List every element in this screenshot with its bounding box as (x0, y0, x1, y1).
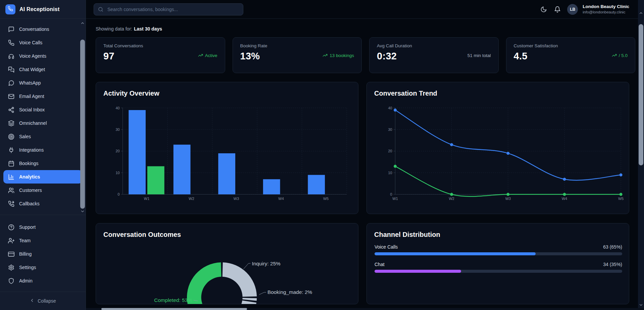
stat-trend-text: / 5.0 (619, 53, 628, 58)
channel-value: 63 (65%) (603, 244, 622, 250)
donut-label-inquiry: Inquiry: 25% (252, 261, 281, 266)
app-window: AI Receptionist ConversationsVoice Calls… (0, 0, 644, 310)
message-square-icon (8, 26, 14, 33)
collapse-button[interactable]: Collapse (0, 292, 86, 310)
sidebar-item-label: Conversations (19, 27, 49, 32)
sidebar-item-callbacks[interactable]: Callbacks (3, 197, 82, 210)
sidebar-item-email-agent[interactable]: Email Agent (3, 90, 82, 103)
donut-label-completed: Completed: 53% (154, 297, 192, 303)
sidebar-item-label: Callbacks (19, 201, 40, 206)
settings-icon (8, 264, 14, 271)
stat-trend-text: Active (205, 53, 217, 58)
messages-square-icon (8, 66, 14, 73)
sidebar-item-settings[interactable]: Settings (3, 261, 82, 274)
mail-icon (8, 93, 14, 100)
channel-label: Voice Calls (375, 244, 398, 250)
svg-text:W5: W5 (323, 197, 329, 201)
avatar[interactable]: LB (567, 4, 578, 15)
sidebar-scroll-down-icon[interactable] (80, 209, 85, 214)
sidebar-item-label: Support (19, 224, 36, 230)
channel-rows: Voice Calls 63 (65%) Chat 34 (35%) (375, 244, 622, 273)
plug-icon (8, 147, 14, 153)
sidebar-item-bookings[interactable]: Bookings (3, 157, 82, 170)
channel-distribution-card: Channel Distribution Voice Calls 63 (65%… (366, 223, 629, 304)
trending-up-icon (323, 53, 328, 58)
sidebar-item-label: Email Agent (19, 94, 44, 99)
sidebar-item-voice-calls[interactable]: Voice Calls (3, 36, 82, 49)
filter-prefix: Showing data for: (96, 26, 132, 32)
sidebar-item-label: Social Inbox (19, 107, 45, 112)
page-scrollbar-thumb[interactable] (639, 24, 643, 165)
chart-title: Channel Distribution (374, 231, 440, 239)
trending-up-icon (198, 53, 203, 58)
sidebar-item-label: Customers (19, 188, 42, 193)
svg-text:W4: W4 (278, 197, 284, 201)
sidebar-item-whatsapp[interactable]: WhatsApp (3, 76, 82, 90)
sidebar-item-label: Team (19, 238, 31, 243)
stat-value: 4.5 (514, 51, 628, 62)
svg-text:0: 0 (390, 192, 392, 196)
sidebar-item-label: Billing (19, 251, 32, 257)
svg-text:W3: W3 (234, 197, 239, 201)
channel-row-chat: Chat 34 (35%) (375, 262, 622, 273)
header-actions: LB London Beauty Clinic info@londonbeaut… (540, 4, 629, 15)
stat-label: Avg Call Duration (377, 43, 491, 48)
sidebar-item-chat-widget[interactable]: Chat Widget (3, 63, 82, 76)
sidebar-item-voice-agents[interactable]: Voice Agents (3, 49, 82, 63)
stat-trend-text: 51 min total (467, 53, 491, 58)
activity-overview-bar-chart: 010203040W1W2W3W4W5 (96, 82, 358, 214)
chart-title: Conversation Outcomes (103, 231, 181, 239)
main-area: LB London Beauty Clinic info@londonbeaut… (86, 0, 644, 310)
conversation-trend-line-chart: 010203040W1W2W3W4W5 (367, 82, 629, 214)
channel-progress-track (375, 270, 622, 273)
page-hscrollbar-thumb[interactable] (101, 308, 247, 310)
search-input[interactable] (107, 6, 239, 12)
dark-mode-toggle[interactable] (540, 5, 548, 13)
channel-row-voice-calls: Voice Calls 63 (65%) (375, 244, 622, 255)
share-2-icon (8, 107, 14, 113)
sidebar-item-customers[interactable]: Customers (3, 184, 82, 197)
filter-value: Last 30 days (134, 26, 162, 32)
sidebar-scrollbar-thumb[interactable] (80, 40, 85, 209)
sidebar-item-sales[interactable]: Sales (3, 130, 82, 143)
donut-label-booking-made: Booking_made: 2% (267, 289, 312, 295)
sidebar-item-label: WhatsApp (19, 80, 41, 86)
channel-label: Chat (375, 262, 385, 267)
sidebar-scroll-up-icon[interactable] (80, 21, 85, 25)
scroll-down-icon[interactable] (639, 303, 643, 307)
sidebar-item-support[interactable]: Support (3, 220, 82, 234)
stat-trend: 13 bookings (323, 53, 354, 58)
bar-chart-icon (8, 174, 14, 180)
sidebar-item-label: Voice Agents (19, 53, 46, 59)
stat-trend: / 5.0 (612, 53, 628, 58)
sidebar-item-social-inbox[interactable]: Social Inbox (3, 103, 82, 116)
sidebar-item-integrations[interactable]: Integrations (3, 143, 82, 157)
sidebar-item-omnichannel[interactable]: Omnichannel (3, 116, 82, 130)
notifications-button[interactable] (553, 5, 561, 13)
svg-text:W2: W2 (189, 197, 194, 201)
activity-overview-card: Activity Overview 010203040W1W2W3W4W5 (96, 82, 358, 214)
bottom-row: Conversation Outcomes Inquiry: 25%Bookin… (96, 223, 635, 304)
logo-row: AI Receptionist (0, 0, 86, 19)
dashboard-content: Showing data for:Last 30 days Total Conv… (86, 26, 644, 304)
target-icon (8, 134, 14, 140)
date-filter-note: Showing data for:Last 30 days (96, 26, 635, 32)
channel-progress-fill (375, 252, 536, 255)
svg-text:0: 0 (118, 192, 120, 196)
org-info: London Beauty Clinic info@londonbeauty.c… (583, 4, 629, 14)
sidebar-item-label: Sales (19, 134, 31, 139)
sidebar-item-billing[interactable]: Billing (3, 247, 82, 261)
scroll-up-icon[interactable] (639, 11, 643, 15)
chevron-left-icon (30, 298, 35, 304)
sidebar-item-conversations[interactable]: Conversations (3, 22, 82, 36)
sidebar-item-analytics[interactable]: Analytics (3, 170, 82, 184)
sidebar-item-team[interactable]: Team (3, 234, 82, 247)
sidebar: AI Receptionist ConversationsVoice Calls… (0, 0, 86, 310)
sidebar-item-label: Admin (19, 278, 33, 283)
svg-text:30: 30 (115, 127, 119, 132)
svg-text:W3: W3 (505, 197, 511, 201)
sidebar-item-admin[interactable]: Admin (3, 274, 82, 288)
stat-trend-text: 13 bookings (330, 53, 354, 58)
stats-row: Total Conversations97ActiveBooking Rate1… (96, 37, 635, 73)
stat-label: Booking Rate (240, 43, 354, 48)
